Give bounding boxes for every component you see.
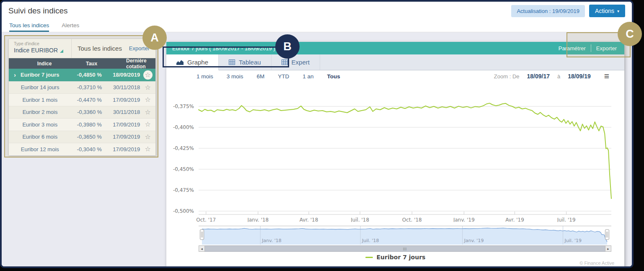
- svg-text:-0,500%: -0,500%: [173, 208, 194, 214]
- zoom-to-date[interactable]: 18/09/19: [568, 73, 591, 80]
- index-type-label: Type d'indice: [14, 41, 67, 46]
- svg-text:Juil. '18: Juil. '18: [362, 238, 379, 243]
- chart-header-actions: Paramétrer Exporter: [553, 42, 624, 54]
- table-row-euribor-2-mois[interactable]: Euribor 2 mois -0,3360 % 30/11/2018 ☆: [9, 106, 155, 119]
- column-cotation: Dernière cotation: [120, 58, 155, 70]
- chart-panel-title: Euribor 7 jours ( 18/09/2017 - 18/09/201…: [166, 45, 275, 52]
- navigator-chart[interactable]: Janv. '18Juil. '18Janv. '19Juil. '19: [166, 225, 624, 245]
- column-indice: Indice: [9, 61, 80, 67]
- index-table-header: Indice Taux Dernière cotation: [9, 58, 155, 69]
- cell-cotation: 17/09/2019: [107, 97, 140, 103]
- area-chart-icon: [176, 59, 184, 65]
- cell-indice: Euribor 1 mois: [9, 97, 71, 103]
- cell-cotation: 18/09/2019: [107, 72, 140, 78]
- actions-button-label: Actions: [595, 8, 614, 14]
- range-6m[interactable]: 6M: [257, 73, 265, 80]
- range-1-mois[interactable]: 1 mois: [197, 73, 213, 80]
- table-icon: [229, 59, 235, 65]
- chart-panel: Euribor 7 jours ( 18/09/2017 - 18/09/201…: [166, 42, 624, 268]
- scroll-left-icon[interactable]: ◂: [199, 245, 205, 252]
- refresh-date-button[interactable]: Actualisation : 19/09/2019: [511, 5, 585, 17]
- app-window: Suivi des indices Actualisation : 19/09/…: [0, 0, 634, 268]
- svg-text:Oct. '17: Oct. '17: [196, 217, 216, 222]
- cell-taux: -0,3710 %: [71, 84, 107, 90]
- dropdown-triangle-icon: [60, 49, 63, 53]
- index-panel-title: Tous les indices: [78, 45, 122, 52]
- svg-text:Juil. '18: Juil. '18: [350, 217, 369, 222]
- chart-legend[interactable]: Euribor 7 jours: [166, 254, 624, 261]
- tab-graphe[interactable]: Graphe: [166, 54, 219, 70]
- svg-text:-0,375%: -0,375%: [173, 103, 194, 109]
- star-icon[interactable]: ☆: [145, 84, 150, 91]
- parametrer-button[interactable]: Paramétrer: [553, 42, 591, 54]
- svg-text:Juil. '19: Juil. '19: [564, 238, 582, 243]
- table-row-euribor-14-jours[interactable]: Euribor 14 jours -0,3710 % 30/11/2018 ☆: [9, 81, 155, 94]
- svg-text:Janv. '18: Janv. '18: [261, 238, 282, 243]
- star-icon[interactable]: ☆: [145, 108, 150, 116]
- zoom-prefix-label: Zoom : De: [494, 73, 520, 80]
- legend-label: Euribor 7 jours: [377, 254, 426, 261]
- scroll-right-icon[interactable]: ▸: [605, 245, 611, 252]
- star-icon[interactable]: ☆: [145, 133, 150, 140]
- range-3-mois[interactable]: 3 mois: [227, 73, 243, 80]
- tab-tableau[interactable]: Tableau: [219, 54, 272, 70]
- chart-scrollbar[interactable]: ◂ ||| ▸: [199, 245, 611, 252]
- column-taux: Taux: [80, 61, 120, 67]
- svg-text:-0,450%: -0,450%: [173, 166, 194, 172]
- cell-taux: -0,3650 %: [71, 134, 107, 140]
- svg-text:Janv. '19: Janv. '19: [464, 238, 484, 243]
- table-row-euribor-1-mois[interactable]: Euribor 1 mois -0,4470 % 17/09/2019 ☆: [9, 93, 155, 106]
- chart-menu-icon[interactable]: ≡: [604, 73, 609, 79]
- cell-indice: Euribor 3 mois: [9, 121, 71, 128]
- export-link[interactable]: Exporter: [129, 45, 150, 52]
- svg-text:Oct. '18: Oct. '18: [402, 217, 422, 222]
- svg-text:Janv. '18: Janv. '18: [247, 217, 269, 222]
- legend-line-swatch: [365, 257, 373, 258]
- index-type-selector[interactable]: Type d'indice Indice EURIBOR: [9, 39, 72, 58]
- zoom-separator-label: à: [557, 73, 560, 80]
- index-panel-header: Type d'indice Indice EURIBOR Tous les in…: [9, 39, 155, 58]
- range-tous[interactable]: Tous: [327, 73, 340, 80]
- cell-cotation: 30/11/2018: [107, 109, 140, 115]
- cell-indice: Euribor 2 mois: [9, 109, 71, 115]
- view-tabs: Graphe Tableau Expert: [166, 54, 624, 70]
- copyright-label: © Finance Active: [579, 261, 614, 266]
- scrollbar-track[interactable]: |||: [205, 245, 605, 252]
- exporter-button[interactable]: Exporter: [591, 42, 622, 54]
- star-icon[interactable]: ☆: [145, 121, 150, 128]
- tab-expert[interactable]: Expert: [272, 54, 320, 70]
- screenshot-stage: Suivi des indices Actualisation : 19/09/…: [0, 0, 644, 271]
- star-icon[interactable]: ☆: [145, 145, 150, 152]
- index-list-panel: Type d'indice Indice EURIBOR Tous les in…: [8, 39, 156, 155]
- cell-taux: -0,4850 %: [71, 72, 107, 78]
- svg-text:Avr. '18: Avr. '18: [300, 217, 318, 222]
- main-line-chart[interactable]: -0,375%-0,400%-0,425%-0,450%-0,475%-0,50…: [166, 92, 624, 222]
- chart-panel-header: Euribor 7 jours ( 18/09/2017 - 18/09/201…: [166, 42, 624, 54]
- cell-taux: -0,3980 %: [71, 121, 107, 128]
- star-icon[interactable]: ☆: [145, 96, 150, 103]
- tab-alertes[interactable]: Alertes: [62, 20, 79, 32]
- cell-cotation: 17/09/2019: [107, 121, 140, 128]
- table-row-euribor-6-mois[interactable]: Euribor 6 mois -0,3650 % 17/09/2019 ☆: [9, 131, 155, 143]
- app-header: Suivi des indices Actualisation : 19/09/…: [2, 2, 632, 20]
- index-panel-header-right: Tous les indices Exporter: [72, 39, 155, 58]
- cell-taux: -0,4470 %: [71, 97, 107, 103]
- svg-text:Juil. '19: Juil. '19: [557, 217, 576, 222]
- cell-cotation: 17/09/2019: [107, 146, 140, 152]
- tab-tous-les-indices[interactable]: Tous les indices: [9, 20, 49, 32]
- svg-text:Avr. '19: Avr. '19: [505, 217, 524, 222]
- table-row-euribor-7-jours[interactable]: › Euribor 7 jours -0,4850 % 18/09/2019 ☆: [9, 69, 155, 81]
- svg-text:-0,425%: -0,425%: [173, 145, 194, 151]
- range-buttons: 1 mois 3 mois 6M YTD 1 an Tous: [166, 71, 340, 81]
- cell-cotation: 30/11/2018: [107, 84, 140, 90]
- table-row-euribor-3-mois[interactable]: Euribor 3 mois -0,3980 % 17/09/2019 ☆: [9, 118, 155, 131]
- actions-button[interactable]: Actions ▾: [589, 5, 625, 17]
- range-ytd[interactable]: YTD: [278, 73, 289, 80]
- zoom-controls: Zoom : De 18/09/17 à 18/09/19 ≡: [494, 71, 609, 81]
- range-1-an[interactable]: 1 an: [303, 73, 313, 80]
- favorite-star-circle[interactable]: ☆: [143, 70, 153, 80]
- svg-text:-0,400%: -0,400%: [173, 124, 194, 130]
- zoom-from-date[interactable]: 18/09/17: [527, 73, 550, 80]
- table-row-euribor-12-mois[interactable]: Euribor 12 mois -0,3040 % 17/09/2019 ☆: [9, 143, 155, 155]
- index-type-value: Indice EURIBOR: [14, 47, 67, 54]
